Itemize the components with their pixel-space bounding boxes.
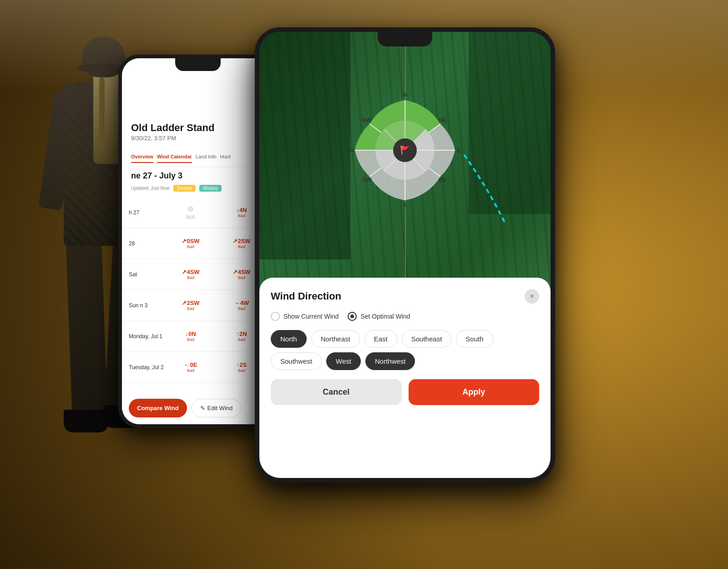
table-row: Tuesday, Jul 2 ←0E Bad ↑2S Bad (122, 352, 274, 383)
tab-land-info[interactable]: Land Info (196, 154, 217, 163)
wind-compass: 🚩 N NE E SE S SW W NW (346, 91, 464, 209)
badge-midday: Midday (199, 185, 221, 192)
pill-north[interactable]: North (271, 330, 307, 348)
wind-col-sunrise: ↗0SW Bad (165, 238, 216, 249)
radio-circle-optimal (348, 312, 357, 321)
row-date: Sat (129, 271, 165, 278)
phone-notch-right (378, 32, 432, 46)
wind-val: ↔4W (234, 300, 249, 306)
pill-northwest[interactable]: Northwest (365, 352, 415, 370)
edit-wind-button[interactable]: ✎ Edit Wind (192, 399, 242, 417)
table-row: 28 ↗0SW Bad ↗2SW Bad (122, 228, 274, 259)
wind-label: Bad (187, 244, 194, 249)
wind-col-sunrise: ←0E Bad (165, 361, 216, 373)
phone-title: Old Ladder Stand (131, 122, 265, 134)
row-date: h 27 (129, 209, 165, 216)
svg-text:SE: SE (439, 177, 447, 183)
updated-row: Updated: Just Now Sunrise Midday (131, 185, 265, 192)
radio-set-optimal[interactable]: Set Optimal Wind (348, 312, 410, 321)
cancel-button[interactable]: Cancel (271, 379, 402, 405)
svg-text:NE: NE (439, 117, 447, 123)
compare-wind-button[interactable]: Compare Wind (129, 399, 187, 417)
wind-val: ↗4SW (233, 269, 250, 275)
pill-south[interactable]: South (456, 330, 493, 348)
wind-label: Bad (187, 275, 194, 280)
wind-label: Bad (238, 306, 245, 311)
pill-southeast[interactable]: Southeast (402, 330, 452, 348)
row-date: Tuesday, Jul 2 (129, 364, 165, 371)
pill-west[interactable]: West (326, 352, 361, 370)
badge-sunrise: Sunrise (173, 185, 196, 192)
wind-val: ←0E (184, 361, 197, 368)
row-date: Monday, Jul 1 (129, 333, 165, 340)
radio-label-current: Show Current Wind (283, 313, 339, 320)
map-path (450, 150, 519, 232)
wind-col-sunrise: ↓0N Bad (165, 330, 216, 342)
row-date: 28 (129, 240, 165, 247)
table-row: Monday, Jul 1 ↓0N Bad ↑2N Bad (122, 321, 274, 352)
phone-right: 🚩 N NE E SE S SW W NW Wind Direction × (255, 27, 555, 483)
na-icon: ⊘ (187, 204, 193, 213)
dialog-header: Wind Direction × (271, 289, 539, 304)
radio-row: Show Current Wind Set Optimal Wind (271, 312, 539, 321)
wind-label: Bad (238, 213, 245, 218)
dialog-buttons: Cancel Apply (271, 379, 539, 405)
na-text: N/A (186, 214, 195, 220)
svg-text:NW: NW (362, 117, 372, 123)
wind-label: Bad (238, 368, 245, 373)
date-range: ne 27 - July 3 (131, 171, 182, 181)
wind-val: ↗2SW (233, 238, 250, 244)
svg-text:W: W (349, 147, 354, 154)
wind-label: Bad (187, 306, 194, 311)
wind-val: ↗2SW (182, 300, 199, 306)
updated-text: Updated: Just Now (131, 186, 170, 191)
phone-bottom-buttons: Compare Wind ✎ Edit Wind (129, 399, 267, 417)
svg-text:N: N (403, 91, 407, 98)
table-row: Sat ↗4SW Bad ↗4SW Bad (122, 259, 274, 290)
radio-circle-current (271, 312, 280, 321)
wind-direction-dialog: Wind Direction × Show Current Wind Set O… (259, 278, 551, 478)
wind-label: Bad (238, 244, 245, 249)
svg-text:S: S (403, 201, 407, 208)
wind-label: Bad (187, 337, 194, 342)
tab-hunt[interactable]: Hunt (220, 154, 231, 163)
wind-label: Bad (187, 368, 194, 373)
dialog-title: Wind Direction (271, 290, 341, 302)
direction-pills: North Northeast East Southeast South Sou… (271, 330, 539, 370)
radio-show-current[interactable]: Show Current Wind (271, 312, 339, 321)
wind-rows: h 27 ⊘ N/A ↓4N Bad 28 (122, 197, 274, 388)
pill-northeast[interactable]: Northeast (311, 330, 360, 348)
table-row: Sun n 3 ↗2SW Bad ↔4W Bad (122, 290, 274, 321)
phone-notch-left (175, 58, 221, 71)
radio-label-optimal: Set Optimal Wind (360, 313, 410, 320)
pill-east[interactable]: East (364, 330, 397, 348)
wind-col-sunrise: ⊘ N/A (165, 204, 216, 220)
phone-subtitle: 9/30/22, 3:57 PM (131, 135, 265, 142)
wind-val: ↑2N (236, 330, 247, 337)
table-row: h 27 ⊘ N/A ↓4N Bad (122, 197, 274, 228)
wind-label: Bad (238, 337, 245, 342)
wind-col-sunrise: ↗2SW Bad (165, 300, 216, 311)
svg-text:🚩: 🚩 (400, 145, 410, 155)
tab-wind-calendar[interactable]: Wind Calendar (157, 154, 192, 163)
wind-val: ↗0SW (182, 238, 199, 244)
edit-wind-label: Edit Wind (207, 405, 233, 412)
phone-title-area: Old Ladder Stand 9/30/22, 3:57 PM (131, 122, 265, 142)
svg-text:SW: SW (362, 177, 372, 183)
row-date: Sun n 3 (129, 302, 165, 309)
phone-left: Old Ladder Stand 9/30/22, 3:57 PM Overvi… (118, 55, 278, 428)
close-button[interactable]: × (525, 289, 539, 304)
edit-icon: ✎ (200, 405, 205, 412)
phone-tabs: Overview Wind Calendar Land Info Hunt (126, 154, 274, 167)
wind-val: ↓4N (236, 207, 247, 213)
tab-overview[interactable]: Overview (131, 154, 153, 163)
wind-label: Bad (238, 275, 245, 280)
pill-southwest[interactable]: Southwest (271, 352, 322, 370)
wind-val: ↗4SW (182, 269, 199, 275)
apply-button[interactable]: Apply (409, 379, 540, 405)
wind-val: ↓0N (185, 330, 196, 337)
wind-col-sunrise: ↗4SW Bad (165, 269, 216, 280)
wind-val: ↑2S (237, 361, 247, 368)
